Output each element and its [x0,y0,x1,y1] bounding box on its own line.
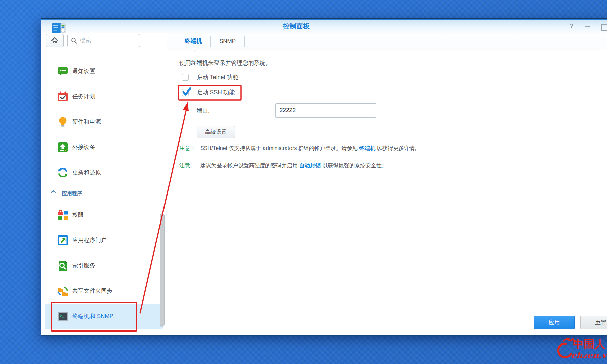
note-security: 注意：建议为登录帐户设置高强度的密码并启用 自动封锁 以获得最强的系统安全性。 [179,162,387,170]
sidebar-item-external-devices[interactable]: 外接设备 [45,134,163,160]
port-label: 端口: [197,107,210,115]
sidebar-item-terminal-snmp[interactable]: 终端机和 SNMP [45,304,163,329]
window-controls: ? [568,23,607,29]
sidebar-item-indexing-service[interactable]: 索引服务 [45,253,163,278]
task-scheduler-icon [57,91,69,102]
reset-button[interactable]: 重置 [580,316,607,329]
chevron-up-icon [51,192,56,195]
sidebar-item-label: 应用程序门户 [72,236,107,244]
sidebar-item-task-scheduler[interactable]: 任务计划 [45,84,163,109]
sidebar-toolbar [41,34,167,47]
shared-folder-sync-icon [57,285,69,297]
update-restore-icon [57,167,69,178]
sidebar-item-label: 终端机和 SNMP [72,312,113,320]
checkmark-icon [182,87,192,96]
indexing-service-icon [57,260,69,271]
hardware-power-icon [57,116,69,128]
page-title: 控制面板 [283,22,310,31]
watermark-dragon-icon [558,344,571,357]
search-icon [71,37,77,44]
sidebar-item-hardware-power[interactable]: 硬件和电源 [45,109,163,134]
home-button[interactable] [46,34,64,47]
note-text: SSH/Telnet 仅支持从属于 administrators 群组的帐户登录… [200,145,359,151]
watermark-text-url: ehzen.vip [571,350,607,360]
ssh-checkbox-label: 启动 SSH 功能 [197,88,235,96]
terminal-snmp-icon [57,311,69,322]
sidebar-item-label: 通知设置 [72,67,95,75]
sidebar-item-label: 任务计划 [72,93,95,100]
note-label: 注意： [179,145,196,151]
search-box [67,34,140,47]
terminal-description: 使用终端机来登录并管理您的系统。 [179,59,271,67]
control-panel-window: 控制面板 ? [41,18,607,336]
ssh-checkbox[interactable] [182,89,189,96]
telnet-checkbox[interactable] [182,74,189,81]
note-text: 以获得更多详情。 [375,145,420,151]
terminal-help-link[interactable]: 终端机 [359,145,375,151]
application-portal-icon [57,235,69,246]
notification-icon [57,66,69,77]
telnet-checkbox-row: 启动 Telnet 功能 [182,73,238,81]
maximize-icon[interactable] [600,23,607,29]
sidebar-item-application-portal[interactable]: 应用程序门户 [45,228,163,253]
titlebar: 控制面板 ? [41,19,607,33]
telnet-checkbox-label: 启动 Telnet 功能 [197,73,238,81]
tab-bar: 终端机 SNMP [167,33,607,50]
sidebar-item-label: 索引服务 [72,262,95,269]
help-icon[interactable]: ? [568,23,575,29]
sidebar-item-notification-settings[interactable]: 通知设置 [45,58,163,84]
sidebar-item-privileges[interactable]: 权限 [45,202,163,228]
sidebar-item-label: 硬件和电源 [72,118,101,126]
note-text: 以获得最强的系统安全性。 [321,163,387,168]
main-content: 终端机 SNMP 使用终端机来登录并管理您的系统。 启动 Telnet 功能 启… [167,33,607,335]
sidebar-item-label: 权限 [72,211,84,219]
privileges-icon [57,209,69,221]
footer-divider [177,311,607,311]
tab-snmp[interactable]: SNMP [211,33,244,50]
tab-separator [244,36,245,47]
note-admin-login: 注意：SSH/Telnet 仅支持从属于 administrators 群组的帐… [179,145,420,152]
ssh-checkbox-row: 启动 SSH 功能 [182,88,235,96]
sidebar-section-applications[interactable]: 应用程序 [41,185,167,202]
minimize-icon[interactable] [584,23,591,29]
sidebar-list: 通知设置 任务计划 硬件和电源 [41,58,167,329]
sidebar-item-shared-folder-sync[interactable]: 共享文件夹同步 [45,278,163,304]
sidebar-item-label: 更新和还原 [72,168,101,176]
sidebar-item-label: 共享文件夹同步 [72,287,112,295]
external-devices-icon [57,141,69,153]
sidebar-item-update-restore[interactable]: 更新和还原 [45,160,163,185]
sidebar-item-label: 外接设备 [72,143,95,151]
watermark-text-cn: 中国人 [573,338,606,350]
note-label: 注意： [179,163,196,168]
sidebar-scrollbar[interactable] [160,213,165,327]
auto-block-link[interactable]: 自动封锁 [299,163,321,168]
apply-button[interactable]: 应用 [534,316,575,329]
sidebar: 通知设置 任务计划 硬件和电源 [41,33,167,335]
home-icon [51,37,58,44]
port-input[interactable] [275,103,376,118]
search-input[interactable] [80,37,130,44]
watermark: 中国人 ehzen.vip [553,334,607,363]
section-label: 应用程序 [62,190,82,197]
note-text: 建议为登录帐户设置高强度的密码并启用 [200,163,299,168]
advanced-settings-button[interactable]: 高级设置 [197,126,235,138]
